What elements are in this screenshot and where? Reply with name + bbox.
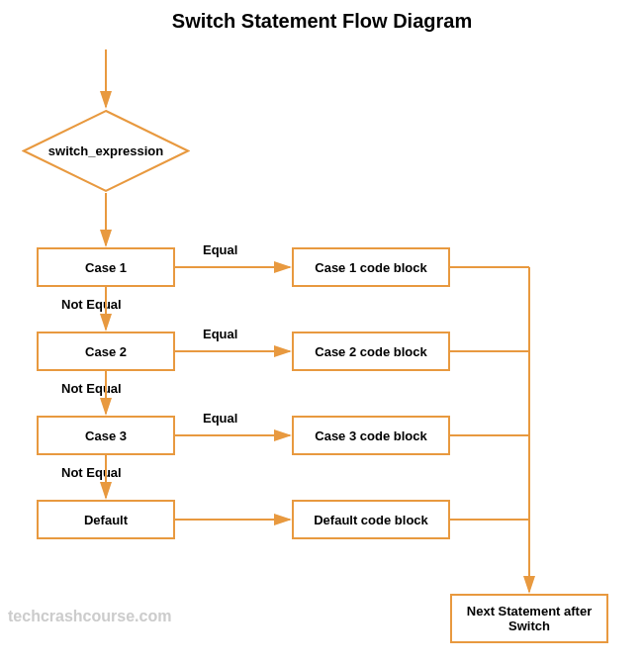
equal-label-3: Equal [203,411,237,426]
notequal-label-1: Not Equal [61,297,122,312]
equal-label-2: Equal [203,327,237,341]
default-box: Default [37,500,175,539]
case-3-box: Case 3 [37,416,175,455]
case-1-code-block: Case 1 code block [292,247,450,287]
case-1-box: Case 1 [37,247,175,287]
next-statement-box: Next Statement after Switch [450,594,608,643]
case-2-code-block: Case 2 code block [292,332,450,371]
notequal-label-3: Not Equal [61,465,122,480]
equal-label-1: Equal [203,242,237,257]
switch-expression-label: switch_expression [22,109,190,193]
diagram-title: Switch Statement Flow Diagram [0,10,644,33]
default-code-block: Default code block [292,500,450,539]
case-2-box: Case 2 [37,332,175,371]
switch-expression-decision: switch_expression [22,109,190,193]
watermark-text: techcrashcourse.com [8,608,171,625]
notequal-label-2: Not Equal [61,381,122,396]
case-3-code-block: Case 3 code block [292,416,450,455]
